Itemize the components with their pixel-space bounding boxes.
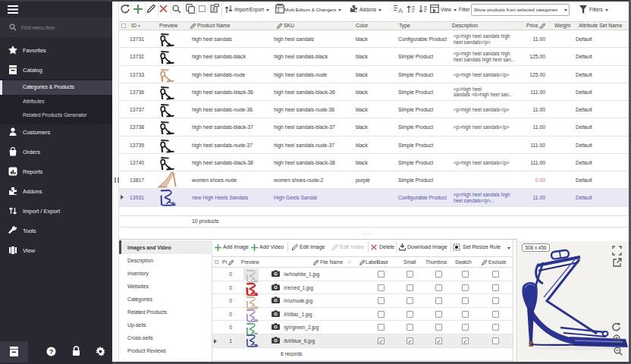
- svg-text:?: ?: [49, 348, 54, 356]
- svg-text:A: A: [398, 7, 403, 14]
